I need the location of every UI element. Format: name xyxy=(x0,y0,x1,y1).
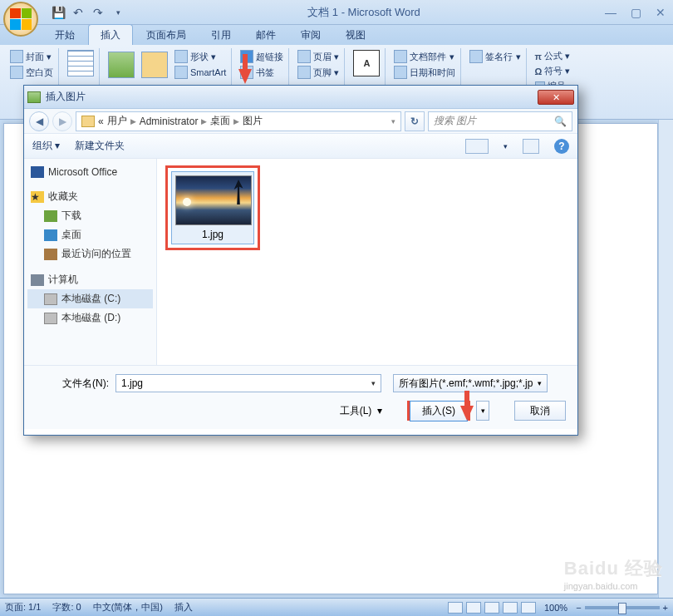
breadcrumb-item[interactable]: 用户 xyxy=(107,114,127,128)
search-input[interactable]: 搜索 图片 🔍 xyxy=(428,111,572,131)
view-draft-icon[interactable] xyxy=(521,602,536,614)
sidebar-item-downloads[interactable]: 下载 xyxy=(27,206,153,225)
sidebar-item-recent[interactable]: 最近访问的位置 xyxy=(27,244,153,264)
breadcrumb-item[interactable]: 图片 xyxy=(243,114,263,128)
help-icon[interactable]: ? xyxy=(554,139,569,154)
folder-icon xyxy=(81,116,95,127)
zoom-out-icon[interactable]: − xyxy=(576,603,581,613)
filename-label: 文件名(N): xyxy=(36,377,109,391)
footer-button[interactable]: 页脚 ▾ xyxy=(297,66,339,79)
address-bar[interactable]: « 用户▶ Administrator▶ 桌面▶ 图片 ▾ xyxy=(76,111,401,131)
thumbnail-image xyxy=(175,175,252,225)
symbol-button[interactable]: Ω符号 ▾ xyxy=(535,65,571,77)
minimize-button[interactable]: — xyxy=(602,5,620,20)
blank-page-button[interactable]: 空白页 xyxy=(10,66,53,79)
maximize-button[interactable]: ▢ xyxy=(626,5,645,20)
window-title: 文档 1 - Microsoft Word xyxy=(126,5,602,20)
header-button[interactable]: 页眉 ▾ xyxy=(297,50,339,63)
undo-icon[interactable]: ↶ xyxy=(70,4,86,21)
zoom-in-icon[interactable]: + xyxy=(663,603,668,613)
tab-references[interactable]: 引用 xyxy=(199,25,243,45)
tab-view[interactable]: 视图 xyxy=(334,25,377,45)
status-words[interactable]: 字数: 0 xyxy=(52,601,81,614)
search-icon: 🔍 xyxy=(554,116,567,127)
sidebar-item-desktop[interactable]: 桌面 xyxy=(27,225,153,244)
dialog-close-button[interactable]: ✕ xyxy=(538,90,574,105)
sidebar-item-msoffice[interactable]: Microsoft Office xyxy=(27,164,153,180)
file-thumbnail[interactable]: 1.jpg xyxy=(171,171,254,244)
status-mode[interactable]: 插入 xyxy=(174,601,193,614)
annotation-highlight: 1.jpg xyxy=(165,165,260,250)
dialog-title: 插入图片 xyxy=(46,90,86,104)
dialog-sidebar: Microsoft Office ★收藏夹 下载 桌面 最近访问的位置 计算机 … xyxy=(24,159,157,365)
tab-insert[interactable]: 插入 xyxy=(88,24,133,45)
forward-button[interactable]: ▶ xyxy=(52,111,72,131)
clipart-button[interactable] xyxy=(141,50,168,79)
back-button[interactable]: ◀ xyxy=(29,111,49,131)
tab-mail[interactable]: 邮件 xyxy=(244,25,287,45)
vertical-scrollbar[interactable] xyxy=(658,120,673,598)
zoom-level[interactable]: 100% xyxy=(544,603,567,613)
insert-button[interactable]: 插入(S) xyxy=(410,401,468,421)
view-print-layout-icon[interactable] xyxy=(448,602,463,614)
view-mode-button[interactable] xyxy=(465,139,489,154)
redo-icon[interactable]: ↷ xyxy=(90,4,106,21)
file-type-filter[interactable]: 所有图片(*.emf;*.wmf;*.jpg;*.jp▾ xyxy=(393,374,548,392)
tab-home[interactable]: 开始 xyxy=(43,25,86,45)
office-button[interactable] xyxy=(3,2,38,37)
file-list-area[interactable]: 1.jpg xyxy=(157,159,577,365)
cover-page-button[interactable]: 封面 ▾ xyxy=(10,50,53,63)
dialog-bottom-panel: 文件名(N): 1.jpg▾ 所有图片(*.emf;*.wmf;*.jpg;*.… xyxy=(24,365,577,429)
watermark: Baidu 经验 jingyan.baidu.com xyxy=(564,556,663,591)
sidebar-item-favorites[interactable]: ★收藏夹 xyxy=(27,187,153,206)
breadcrumb-item[interactable]: Administrator xyxy=(140,116,199,127)
doc-parts-button[interactable]: 文档部件 ▾ xyxy=(394,50,455,63)
title-bar: 💾 ↶ ↷ ▾ 文档 1 - Microsoft Word — ▢ ✕ xyxy=(0,0,673,25)
annotation-arrow-icon xyxy=(238,69,252,84)
filename-input[interactable]: 1.jpg▾ xyxy=(115,374,381,392)
tools-button[interactable]: 工具(L) ▾ xyxy=(340,404,382,418)
breadcrumb-item[interactable]: 桌面 xyxy=(210,114,230,128)
close-button[interactable]: ✕ xyxy=(651,5,670,20)
status-page[interactable]: 页面: 1/1 xyxy=(5,601,41,614)
textbox-button[interactable]: A xyxy=(353,50,380,76)
ribbon-tabs: 开始 插入 页面布局 引用 邮件 审阅 视图 xyxy=(0,25,673,45)
dialog-nav-bar: ◀ ▶ « 用户▶ Administrator▶ 桌面▶ 图片 ▾ ↻ 搜索 图… xyxy=(24,109,577,134)
refresh-button[interactable]: ↻ xyxy=(405,111,425,131)
view-outline-icon[interactable] xyxy=(503,602,518,614)
signature-button[interactable]: 签名行 ▾ xyxy=(469,50,520,63)
sidebar-item-disk-d[interactable]: 本地磁盘 (D:) xyxy=(27,308,153,328)
quick-access-toolbar: 💾 ↶ ↷ ▾ xyxy=(50,4,126,21)
view-web-icon[interactable] xyxy=(484,602,499,614)
equation-button[interactable]: π公式 ▾ xyxy=(535,50,571,62)
cancel-button[interactable]: 取消 xyxy=(514,401,566,421)
smartart-button[interactable]: SmartArt xyxy=(174,66,226,79)
insert-picture-dialog: 插入图片 ✕ ◀ ▶ « 用户▶ Administrator▶ 桌面▶ 图片 ▾… xyxy=(23,85,578,436)
file-name-label: 1.jpg xyxy=(175,225,250,240)
new-folder-button[interactable]: 新建文件夹 xyxy=(75,139,125,153)
sidebar-item-computer[interactable]: 计算机 xyxy=(27,270,153,289)
dialog-toolbar: 组织 ▾ 新建文件夹 ▾ ? xyxy=(24,134,577,159)
save-icon[interactable]: 💾 xyxy=(50,4,66,21)
insert-dropdown-button[interactable]: ▾ xyxy=(476,401,489,421)
preview-pane-button[interactable] xyxy=(523,139,539,154)
shapes-button[interactable]: 形状 ▾ xyxy=(174,50,226,63)
picture-button[interactable] xyxy=(108,50,135,79)
tab-layout[interactable]: 页面布局 xyxy=(135,25,198,45)
view-fullscreen-icon[interactable] xyxy=(466,602,481,614)
sidebar-item-disk-c[interactable]: 本地磁盘 (C:) xyxy=(27,289,153,308)
tab-review[interactable]: 审阅 xyxy=(289,25,332,45)
organize-button[interactable]: 组织 ▾ xyxy=(32,139,60,153)
datetime-button[interactable]: 日期和时间 xyxy=(394,66,455,79)
status-language[interactable]: 中文(简体，中国) xyxy=(93,601,163,614)
status-bar: 页面: 1/1 字数: 0 中文(简体，中国) 插入 100% − + xyxy=(0,598,673,616)
table-button[interactable] xyxy=(67,50,94,76)
zoom-slider[interactable] xyxy=(585,606,660,609)
picture-icon xyxy=(27,91,41,103)
dialog-title-bar: 插入图片 ✕ xyxy=(24,86,577,109)
qat-dropdown-icon[interactable]: ▾ xyxy=(110,4,126,21)
annotation-arrow-icon xyxy=(460,406,474,421)
view-dropdown-icon[interactable]: ▾ xyxy=(504,142,508,150)
